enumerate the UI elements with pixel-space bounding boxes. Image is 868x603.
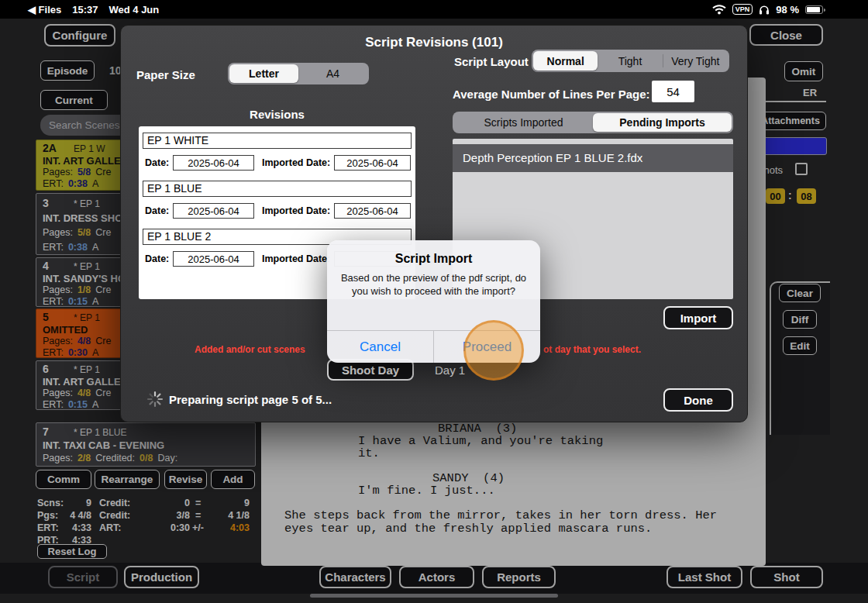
back-to-files-button[interactable]: ◀ Files [28, 4, 61, 16]
screen: ◀ Files 15:37 Wed 4 Jun VPN 98 % Configu… [0, 0, 868, 603]
imported-date-label: Imported Date: [262, 157, 330, 168]
battery-icon [805, 5, 823, 14]
status-bar: ◀ Files 15:37 Wed 4 Jun VPN 98 % [0, 0, 868, 19]
vpn-badge: VPN [732, 4, 753, 15]
script-revisions-dialog: Script Revisions (101) Paper Size Letter… [120, 25, 748, 422]
revision-name-field[interactable]: EP 1 BLUE [143, 181, 412, 197]
avg-lines-input[interactable]: 54 [652, 81, 694, 102]
progress-text: Preparing script page 5 of 5... [169, 393, 332, 406]
shoot-day-value: Day 1 [435, 364, 465, 377]
alert-title: Script Import [327, 252, 540, 266]
imported-date-field[interactable]: 2025-06-04 [334, 203, 411, 219]
dialog-title: Script Revisions (101) [121, 35, 747, 50]
imported-date-label: Imported Date: [262, 205, 330, 216]
progress-spinner [146, 391, 164, 408]
tab-scripts-imported[interactable]: Scripts Imported [454, 113, 593, 132]
warning-text-right: ot day that you select. [543, 344, 641, 355]
status-date: Wed 4 Jun [108, 4, 159, 16]
layout-normal-option[interactable]: Normal [533, 51, 598, 71]
alert-message: Based on the preview of the pdf script, … [339, 271, 529, 298]
layout-tight-option[interactable]: Tight [598, 51, 662, 71]
paper-size-label: Paper Size [136, 68, 195, 81]
done-button[interactable]: Done [663, 388, 733, 412]
date-field[interactable]: 2025-06-04 [173, 155, 254, 171]
date-field[interactable]: 2025-06-04 [173, 251, 254, 267]
cancel-button[interactable]: Cancel [327, 331, 433, 363]
touch-indicator [463, 320, 524, 381]
status-time: 15:37 [72, 4, 98, 16]
wifi-icon [712, 5, 726, 15]
date-label: Date: [145, 253, 169, 264]
revisions-header: Revisions [139, 108, 415, 121]
date-label: Date: [145, 205, 169, 216]
date-field[interactable]: 2025-06-04 [173, 203, 254, 219]
imports-tabs: Scripts Imported Pending Imports [453, 112, 733, 133]
paper-size-segmented-control: Letter A4 [228, 63, 369, 84]
pending-import-item[interactable]: Depth Perception EP 1 BLUE 2.fdx [453, 144, 733, 172]
script-layout-label: Script Layout [454, 55, 529, 68]
imported-date-field[interactable]: 2025-06-04 [334, 155, 411, 171]
date-label: Date: [145, 157, 169, 168]
paper-size-letter-option[interactable]: Letter [229, 64, 298, 83]
layout-very-tight-option[interactable]: Very Tight [663, 51, 728, 71]
tab-pending-imports[interactable]: Pending Imports [593, 113, 732, 132]
revision-name-field[interactable]: EP 1 WHITE [143, 133, 412, 149]
paper-size-a4-option[interactable]: A4 [298, 64, 367, 83]
battery-percent: 98 % [776, 4, 799, 16]
headphones-icon [759, 5, 770, 15]
warning-text-left: Added and/or cut scenes [195, 344, 305, 355]
import-button[interactable]: Import [663, 306, 733, 329]
avg-lines-label: Average Number of Lines Per Page: [453, 88, 650, 101]
script-layout-segmented-control: Normal Tight Very Tight [532, 50, 729, 72]
imported-date-label: Imported Date: [262, 253, 330, 264]
